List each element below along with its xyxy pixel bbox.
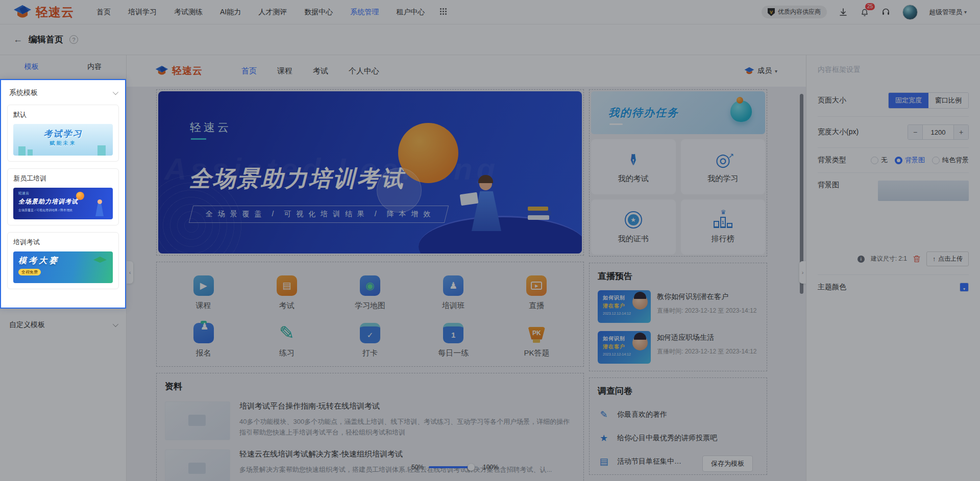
live-item[interactable]: 如何识别 潜在客户 2023.12.12-14:12 教你如何识别潜在客户 直播… <box>598 290 758 323</box>
quick-icon-exam[interactable]: 考试 <box>245 275 328 311</box>
quick-icon-live[interactable]: ▶ 直播 <box>495 275 578 311</box>
todo-card-my-exams[interactable]: ✒ 我的考试 <box>591 139 676 194</box>
quick-icon-practice[interactable]: 练习 <box>245 323 328 358</box>
site-nav-home[interactable]: 首页 <box>241 66 257 76</box>
zoom-slider-handle[interactable] <box>468 464 475 471</box>
todo-card-leaderboard[interactable]: ♛1 排行榜 <box>681 199 766 255</box>
quick-icon-training-class[interactable]: 培训班 <box>412 275 495 311</box>
nav-item-training[interactable]: 培训学习 <box>128 8 157 17</box>
nav-item-assessment[interactable]: 人才测评 <box>258 8 287 17</box>
background-type-label: 背景类型 <box>818 156 846 165</box>
width-value[interactable]: 1200 <box>922 125 954 139</box>
width-size-row: 宽度大小(px) − 1200 + <box>818 117 969 148</box>
nav-item-tenant[interactable]: 租户中心 <box>396 8 425 17</box>
quick-icon-checkin[interactable]: 打卡 <box>328 323 411 358</box>
page-size-label: 页面大小 <box>818 96 846 105</box>
template-thumbnail-trainexam: 模考大赛 全程免费 <box>13 251 113 283</box>
notification-count-badge: 25 <box>865 3 875 10</box>
materials-section: 资料 培训考试平台操作指南-玩转在线培训考试 40多个功能模块、300多个功能点… <box>156 373 584 481</box>
main-nav: 首页 培训学习 考试测练 AI能力 人才测评 数据中心 系统管理 租户中心 <box>96 8 425 17</box>
course-icon <box>193 275 214 296</box>
template-card-newstaff[interactable]: 新员工培训 轻速云 全场景助力培训考试 全场景覆盖 / 可视化培训结果 / 降本… <box>7 168 119 225</box>
preview-site-header: 轻速云 首页 课程 考试 个人中心 成员 ▾ <box>127 55 806 87</box>
material-thumbnail <box>165 449 230 481</box>
live-item[interactable]: 如何识别 潜在客户 2023.12.12-14:12 如何适应职场生活 直播时间… <box>598 331 758 364</box>
custom-template-group-header[interactable]: 自定义模板 <box>0 320 126 330</box>
help-icon[interactable]: ? <box>69 35 78 44</box>
nav-item-ai[interactable]: AI能力 <box>220 8 241 17</box>
nav-item-exam[interactable]: 考试测练 <box>174 8 203 17</box>
save-as-template-button[interactable]: 保存为模板 <box>702 455 753 472</box>
site-nav-course[interactable]: 课程 <box>277 66 292 76</box>
collapse-left-handle[interactable]: ‹ <box>127 261 133 284</box>
page-size-segmented-control: 固定宽度 窗口比例 <box>888 92 969 109</box>
pencil-icon <box>277 323 297 343</box>
map-pin-icon <box>360 275 380 296</box>
nav-item-home[interactable]: 首页 <box>96 8 111 17</box>
quick-icon-daily-practice[interactable]: 1 每日一练 <box>412 323 495 358</box>
exam-icon <box>277 275 297 296</box>
member-dropdown[interactable]: 成员 ▾ <box>744 66 777 75</box>
todo-section[interactable]: 我的待办任务 ✒ 我的考试 ◎↗ 我的学习 <box>589 89 767 257</box>
material-item[interactable]: 轻速云在线培训考试解决方案-快速组织培训考试 多场景解决方案帮助您快速组织考试，… <box>165 449 575 481</box>
width-increase-button[interactable]: + <box>954 125 968 139</box>
quick-icon-learning-map[interactable]: 学习地图 <box>328 275 411 311</box>
zoom-slider[interactable] <box>429 466 478 468</box>
survey-item[interactable]: ★ 给你心目中最优秀的讲师投票吧 <box>598 433 758 444</box>
chevron-down-icon <box>113 321 118 327</box>
background-image-label: 背景图 <box>818 181 839 190</box>
todo-card-my-certificates[interactable]: ★ 我的证书 <box>591 199 676 255</box>
quick-icon-course[interactable]: 课程 <box>162 275 245 311</box>
background-type-options: 无 背景图 纯色背景 <box>871 156 969 165</box>
certificate-star-icon: ★ <box>625 210 642 230</box>
delete-trash-icon[interactable] <box>913 255 920 263</box>
template-card-trainexam[interactable]: 培训考试 模考大赛 全程免费 <box>7 232 119 289</box>
width-decrease-button[interactable]: − <box>908 125 922 139</box>
collapse-right-handle[interactable]: › <box>799 261 806 284</box>
radio-bg-solid[interactable]: 纯色背景 <box>932 156 969 165</box>
nav-item-datacenter[interactable]: 数据中心 <box>304 8 333 17</box>
app-logo-text: 轻速云 <box>36 4 74 20</box>
quality-supplier-badge[interactable]: V 优质内容供应商 <box>762 6 827 18</box>
app-window: 轻速云 首页 培训学习 考试测练 AI能力 人才测评 数据中心 系统管理 租户中… <box>0 0 980 481</box>
theme-color-row: 主题颜色 ▾ <box>818 275 969 299</box>
background-type-row: 背景类型 无 背景图 纯色背景 <box>818 148 969 173</box>
presenter-photo <box>632 294 648 310</box>
nav-item-system-active[interactable]: 系统管理 <box>350 8 379 17</box>
radio-bg-image[interactable]: 背景图 <box>895 156 925 165</box>
graduation-cap-icon <box>744 67 754 75</box>
hero-banner-section[interactable]: Assisted Learning 轻速云 全场景助力培训考试 全 场 景 覆 … <box>156 89 584 256</box>
todo-card-my-learning[interactable]: ◎↗ 我的学习 <box>681 139 766 194</box>
upload-button[interactable]: ↑ 点击上传 <box>926 251 969 266</box>
quick-icon-pk[interactable]: PK PK答题 <box>495 323 578 358</box>
support-headset-icon[interactable] <box>881 7 891 17</box>
survey-item[interactable]: ✎ 你最喜欢的著作 <box>598 409 758 420</box>
radio-bg-none[interactable]: 无 <box>871 156 888 165</box>
app-logo[interactable]: 轻速云 <box>13 4 74 20</box>
background-image-preview[interactable] <box>878 181 969 201</box>
notification-bell-icon[interactable]: 25 <box>860 7 870 17</box>
bell-3d-icon <box>730 100 752 122</box>
live-monitor-icon: ▶ <box>526 275 547 296</box>
option-fixed-width[interactable]: 固定宽度 <box>889 93 928 108</box>
tab-template[interactable]: 模板 <box>0 55 63 79</box>
material-item[interactable]: 培训考试平台操作指南-玩转在线培训考试 40多个功能模块、300多个功能点，涵盖… <box>165 401 575 440</box>
user-menu[interactable]: 超级管理员 ▾ <box>929 8 967 17</box>
upload-arrow-icon: ↑ <box>933 256 936 263</box>
apps-grid-icon[interactable] <box>440 8 448 16</box>
radio-icon <box>871 157 878 164</box>
user-avatar[interactable] <box>902 5 918 20</box>
site-nav-exam[interactable]: 考试 <box>313 66 328 76</box>
calendar-one-icon: 1 <box>443 323 463 343</box>
chevron-down-icon: ▾ <box>964 9 967 15</box>
template-card-default[interactable]: 默认 考试学习 赋能未来 <box>7 105 119 162</box>
theme-color-swatch[interactable]: ▾ <box>960 283 969 292</box>
back-arrow-icon[interactable]: ← <box>13 34 22 45</box>
download-icon[interactable] <box>838 7 848 17</box>
quick-icon-signup[interactable]: 报名 <box>162 323 245 358</box>
tab-content[interactable]: 内容 <box>63 55 127 79</box>
site-nav-profile[interactable]: 个人中心 <box>349 66 379 76</box>
option-window-ratio[interactable]: 窗口比例 <box>928 93 968 108</box>
system-template-group-header[interactable]: 系统模板 <box>7 88 119 97</box>
top-navbar: 轻速云 首页 培训学习 考试测练 AI能力 人才测评 数据中心 系统管理 租户中… <box>0 0 980 24</box>
